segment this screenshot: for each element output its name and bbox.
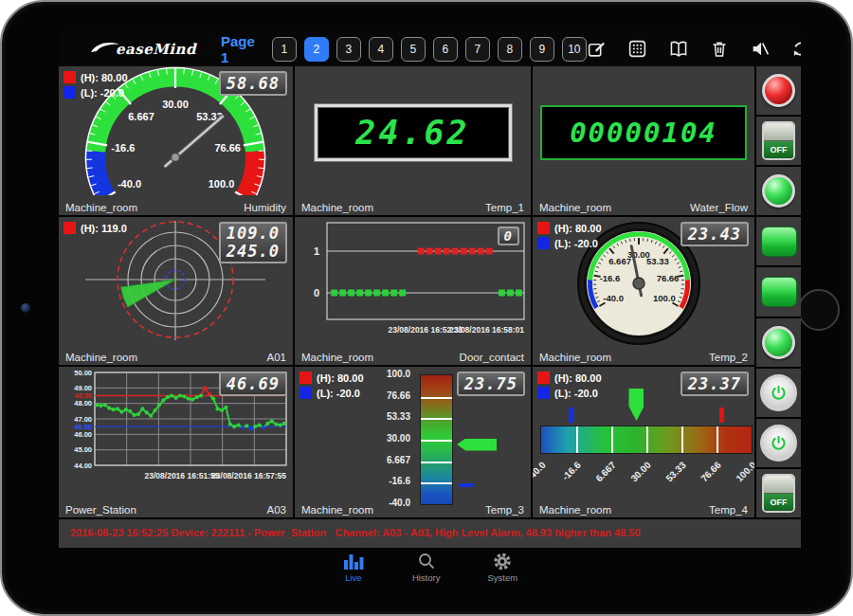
- mute-button[interactable]: [750, 39, 771, 60]
- svg-text:46.00: 46.00: [74, 430, 92, 439]
- low-limit-marker: [569, 408, 573, 423]
- panel-door-contact[interactable]: 0 1023/08/2016 16:52:3123/08/2016 16:58:…: [295, 217, 531, 365]
- status-led-1[interactable]: [756, 217, 801, 265]
- svg-text:53.33: 53.33: [646, 256, 669, 266]
- a01-legend: (H): 119.0: [64, 222, 127, 237]
- high-limit-label: (H): 80.00: [554, 372, 602, 384]
- device-label: Machine_room: [65, 352, 137, 363]
- page-button-2[interactable]: 2: [304, 37, 329, 62]
- status-lamp-2[interactable]: [756, 318, 801, 367]
- device-label: Machine_room: [539, 352, 611, 363]
- scale-label: 6.667: [593, 460, 617, 483]
- digital-value-stack: 109.0 245.0: [219, 222, 287, 263]
- svg-text:48.00: 48.00: [74, 399, 92, 408]
- gear-icon: [492, 553, 513, 571]
- book-icon: [668, 39, 689, 59]
- scale-label: 76.66: [699, 460, 722, 483]
- svg-text:-16.6: -16.6: [600, 273, 621, 283]
- green-led-icon: [761, 226, 797, 257]
- svg-text:6.667: 6.667: [128, 111, 154, 122]
- edit-button[interactable]: [587, 39, 608, 60]
- search-icon: [416, 553, 437, 571]
- panel-water-flow[interactable]: 00000104 Machine_roomWater_Flow: [533, 66, 754, 215]
- panel-temp2[interactable]: (H): 80.00 (L): -20.0 23.43 -40.0-16.66.…: [533, 217, 754, 365]
- page-button-7[interactable]: 7: [465, 37, 490, 62]
- temp3-legend: (H): 80.00 (L): -20.0: [299, 371, 364, 402]
- trash-icon: [710, 39, 729, 59]
- high-limit-swatch: [537, 222, 550, 234]
- panel-temp3[interactable]: (H): 80.00 (L): -20.0 23.75 100.076.6653…: [295, 367, 531, 517]
- app-screen: easeMind Page 1 12345678910: [59, 31, 801, 587]
- low-limit-swatch: [299, 387, 312, 399]
- temp2-legend: (H): 80.00 (L): -20.0: [537, 222, 602, 252]
- refresh-button[interactable]: [790, 39, 801, 60]
- off-switch-label: OFF: [764, 494, 793, 511]
- tab-live[interactable]: Live: [342, 553, 365, 583]
- digital-value-bottom: 245.0: [227, 243, 280, 261]
- alarm-lamp[interactable]: [756, 66, 801, 115]
- low-limit-label: (L): -20.0: [81, 87, 124, 99]
- tab-live-label: Live: [345, 572, 361, 583]
- page-button-3[interactable]: 3: [336, 37, 361, 62]
- keypad-icon: [627, 39, 647, 59]
- channel-label: Temp_2: [709, 352, 748, 363]
- page-button-1[interactable]: 1: [272, 37, 297, 62]
- power-switch-1[interactable]: OFF: [756, 117, 801, 165]
- device-label: Power_Station: [65, 504, 136, 516]
- delete-button[interactable]: [709, 39, 730, 60]
- address-book-button[interactable]: [668, 39, 689, 60]
- channel-label: A01: [267, 352, 286, 363]
- scale-label: 53.33: [663, 460, 687, 483]
- digital-value: 23.37: [681, 371, 749, 396]
- channel-label: Water_Flow: [690, 202, 748, 213]
- low-limit-swatch: [64, 86, 76, 99]
- panel-temp4[interactable]: (H): 80.00 (L): -20.0 23.37 -40.0-16.66.…: [533, 367, 754, 517]
- tab-history[interactable]: History: [412, 553, 441, 583]
- keypad-button[interactable]: [627, 39, 648, 60]
- panel-a01[interactable]: (H): 119.0 109.0 245.0 Machine_roomA01: [59, 217, 293, 365]
- temp3-gradient-bar: [420, 374, 453, 505]
- alarm-message[interactable]: 2016-08-23 16:52:25 Device: 222111 - Pow…: [59, 517, 801, 548]
- power-icon: [760, 374, 797, 411]
- page-button-5[interactable]: 5: [401, 37, 426, 62]
- scale-label: -16.6: [560, 460, 583, 482]
- power-switch-2[interactable]: OFF: [756, 469, 801, 517]
- logo-text: easeMind: [116, 41, 196, 58]
- page-button-10[interactable]: 10: [562, 37, 587, 62]
- tab-bar: Live History System: [59, 548, 801, 587]
- low-limit-label: (L): -20.0: [554, 388, 598, 399]
- low-limit-marker: [459, 483, 473, 487]
- panel-temp1[interactable]: 24.62 Machine_roomTemp_1: [295, 66, 531, 215]
- panel-humidity[interactable]: (H): 80.00 (L): -20.0 58.68 -40.0-16.66.…: [59, 66, 293, 215]
- green-led-icon: [761, 277, 797, 307]
- digital-value: 0: [498, 226, 519, 245]
- page-button-4[interactable]: 4: [369, 37, 393, 62]
- high-limit-label: (H): 80.00: [81, 72, 128, 83]
- svg-text:76.66: 76.66: [657, 273, 680, 283]
- high-limit-label: (H): 80.00: [317, 372, 364, 384]
- page-button-6[interactable]: 6: [433, 37, 458, 62]
- status-lamp-1[interactable]: [756, 167, 801, 215]
- digital-value: 23.43: [681, 222, 749, 246]
- power-button-2[interactable]: [756, 419, 801, 467]
- tab-history-label: History: [412, 572, 441, 583]
- page-button-8[interactable]: 8: [498, 37, 522, 62]
- digital-value-top: 109.0: [227, 225, 280, 243]
- svg-text:23/08/2016 16:57:55: 23/08/2016 16:57:55: [211, 471, 286, 480]
- channel-label: Temp_3: [485, 504, 524, 516]
- svg-text:-40.0: -40.0: [603, 293, 624, 303]
- temp4-legend: (H): 80.00 (L): -20.0: [537, 371, 602, 402]
- door-state-chart: 1023/08/2016 16:52:3123/08/2016 16:58:01: [295, 217, 531, 346]
- off-switch-icon: OFF: [762, 121, 795, 160]
- tab-system[interactable]: System: [487, 553, 517, 583]
- panel-a03[interactable]: 46.69 50.0049.0048.5048.0047.0046.5046.0…: [59, 367, 293, 517]
- home-button[interactable]: [798, 289, 840, 331]
- status-led-2[interactable]: [756, 267, 801, 316]
- power-button-1[interactable]: [756, 369, 801, 417]
- scale-label: 30.00: [387, 433, 410, 444]
- scale-label: -16.6: [389, 476, 410, 486]
- page-button-9[interactable]: 9: [530, 37, 554, 62]
- svg-text:50.00: 50.00: [74, 369, 92, 377]
- svg-text:23/08/2016 16:51:55: 23/08/2016 16:51:55: [145, 471, 220, 480]
- tablet-device: easeMind Page 1 12345678910: [0, 0, 853, 616]
